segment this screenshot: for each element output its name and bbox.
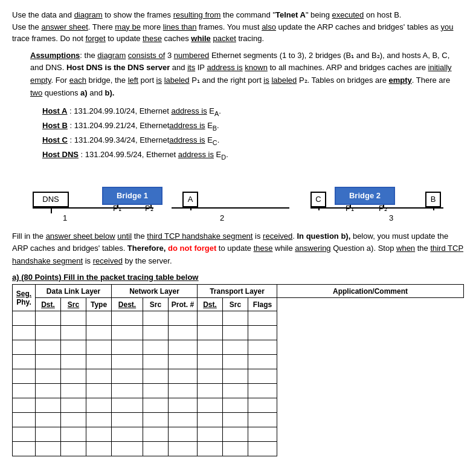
table-cell [169,340,198,355]
packet-tracing-table: Seg.Phy. Data Link Layer Network Layer T… [12,284,464,456]
table-cell [223,326,248,340]
seg2-label: 2 [220,213,224,222]
host-c: Host C : 131.204.99.34/24, Ethernetaddre… [42,134,464,148]
table-row [13,326,464,340]
table-cell [198,384,223,398]
table-cell [143,340,169,355]
table-cell [112,369,143,384]
table-cell [86,398,112,413]
table-cell [13,398,36,413]
table-cell [169,413,198,427]
table-cell [143,311,169,326]
table-cell [198,398,223,413]
table-cell [223,427,248,442]
table-cell [169,398,198,413]
table-cell [248,340,277,355]
table-cell [143,326,169,340]
table-cell [86,384,112,398]
table-cell [86,355,112,369]
table-cell [112,384,143,398]
header-phy: Seg.Phy. [13,285,36,311]
subheader-dl-type: Type [86,298,112,311]
table-row [13,442,464,456]
table-cell [13,311,36,326]
c-vline [318,207,320,210]
table-cell [223,413,248,427]
seg3-label: 3 [389,213,393,222]
table-cell [169,369,198,384]
table-cell [198,413,223,427]
table-row [13,427,464,442]
dns-box: DNS [33,192,69,207]
table-row [13,340,464,355]
table-cell [223,384,248,398]
subheader-n-dest: Dest. [112,298,143,311]
table-cell [86,326,112,340]
segment2-line [172,207,289,209]
subheader-n-prot: Prot. # [169,298,198,311]
table-cell [36,311,61,326]
table-cell [36,369,61,384]
table-cell [36,442,61,456]
segment3-line [310,207,443,209]
host-b-box: B [425,192,441,207]
table-cell [61,311,86,326]
table-cell [61,326,86,340]
host-a: Host A : 131.204.99.10/24, Ethernet addr… [42,105,464,119]
table-cell [13,413,36,427]
table-cell [143,442,169,456]
table-cell [61,427,86,442]
table-cell [198,311,223,326]
table-cell [169,384,198,398]
bridge1-left-vline [117,205,118,208]
table-cell [223,369,248,384]
table-cell [112,427,143,442]
assumptions-paragraph: Assumptions: the diagram consists of 3 n… [30,50,464,100]
table-cell [143,384,169,398]
host-c-box: C [310,192,326,207]
table-cell [248,355,277,369]
table-cell [143,413,169,427]
table-cell [86,427,112,442]
table-cell [86,413,112,427]
table-cell [143,427,169,442]
dns-vline [51,207,52,213]
bridge1-right-vline [150,205,152,208]
header-data-link: Data Link Layer [36,285,112,298]
bridge2-left-vline [350,205,351,208]
table-cell [248,326,277,340]
table-cell [248,369,277,384]
table-cell [13,369,36,384]
subheader-t-flags: Flags [248,298,277,311]
header-network: Network Layer [112,285,198,298]
a-vline [190,207,191,210]
table-cell [223,398,248,413]
table-cell [198,355,223,369]
table-cell [13,427,36,442]
table-row [13,384,464,398]
table-cell [61,442,86,456]
table-cell [61,384,86,398]
table-cell [248,398,277,413]
table-cell [143,369,169,384]
table-row [13,355,464,369]
table-cell [13,326,36,340]
table-cell [112,326,143,340]
bridge2-right-vline [383,205,384,208]
table-cell [86,369,112,384]
table-row [13,413,464,427]
bridge1-box: Bridge 1 [102,187,162,205]
table-cell [112,398,143,413]
table-cell [198,427,223,442]
b-vline [433,207,434,210]
host-dns: Host DNS : 131.204.99.5/24, Ethernet add… [42,148,464,163]
table-cell [248,413,277,427]
table-cell [248,384,277,398]
host-info: Host A : 131.204.99.10/24, Ethernet addr… [42,105,464,163]
table-cell [36,384,61,398]
table-cell [223,442,248,456]
table-row [13,369,464,384]
header-transport: Transport Layer [198,285,277,298]
table-cell [36,398,61,413]
table-cell [36,427,61,442]
